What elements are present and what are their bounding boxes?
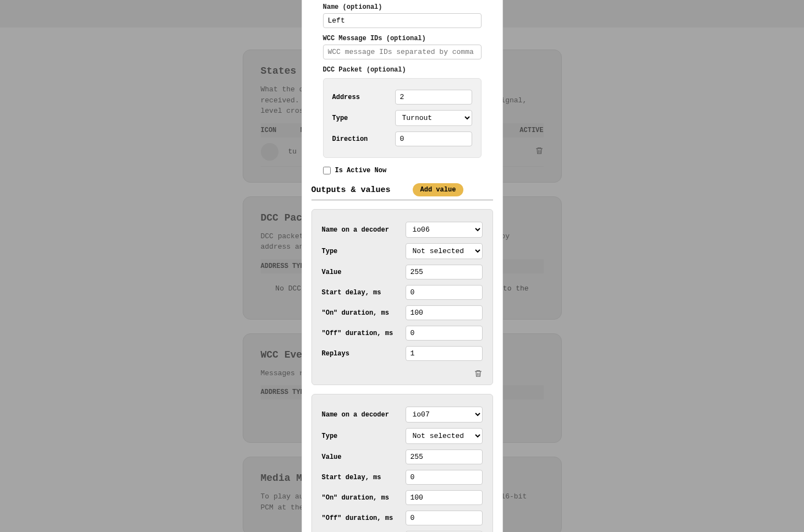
output-startdelay-input[interactable]	[406, 470, 483, 485]
output-name-select[interactable]: io06	[406, 222, 483, 238]
outputs-title: Outputs & values	[311, 185, 391, 195]
is-active-checkbox[interactable]	[323, 167, 331, 174]
output-offduration-label: "Off" duration, ms	[322, 330, 393, 337]
output-type-select[interactable]: Not selected	[406, 243, 483, 259]
dcc-direction-label: Direction	[332, 135, 368, 143]
output-onduration-label: "On" duration, ms	[322, 309, 389, 317]
outputs-section-header: Outputs & values Add value	[311, 183, 493, 200]
output-panel: Name on a decoder io07 Type Not selected…	[311, 394, 493, 532]
is-active-label: Is Active Now	[335, 167, 387, 174]
dcc-packet-label: DCC Packet (optional)	[323, 66, 482, 74]
output-offduration-label: "Off" duration, ms	[322, 514, 393, 522]
state-edit-modal: Name (optional) WCC Message IDs (optiona…	[302, 0, 503, 532]
output-value-input[interactable]	[406, 449, 483, 464]
output-offduration-input[interactable]	[406, 326, 483, 341]
output-onduration-label: "On" duration, ms	[322, 494, 389, 502]
output-name-select[interactable]: io07	[406, 407, 483, 423]
add-value-button[interactable]: Add value	[413, 183, 464, 196]
output-value-label: Value	[322, 453, 342, 461]
output-type-label: Type	[322, 248, 338, 255]
wcc-ids-input[interactable]	[323, 45, 482, 59]
name-input[interactable]	[323, 13, 482, 28]
trash-icon	[474, 369, 483, 379]
dcc-type-label: Type	[332, 114, 348, 122]
wcc-ids-label: WCC Message IDs (optional)	[323, 35, 482, 42]
output-type-select[interactable]: Not selected	[406, 428, 483, 444]
delete-output-button[interactable]	[474, 369, 483, 380]
output-panel: Name on a decoder io06 Type Not selected…	[311, 209, 493, 385]
output-startdelay-label: Start delay, ms	[322, 289, 381, 297]
output-name-label: Name on a decoder	[322, 411, 389, 419]
output-onduration-input[interactable]	[406, 490, 483, 505]
dcc-type-select[interactable]: Turnout	[395, 110, 472, 126]
name-label: Name (optional)	[323, 3, 482, 11]
output-type-label: Type	[322, 432, 338, 440]
output-replays-input[interactable]	[406, 346, 483, 361]
output-value-input[interactable]	[406, 265, 483, 279]
output-onduration-input[interactable]	[406, 305, 483, 320]
dcc-address-label: Address	[332, 94, 360, 101]
output-startdelay-label: Start delay, ms	[322, 474, 381, 481]
dcc-address-input[interactable]	[395, 90, 472, 105]
dcc-packet-panel: Address Type Turnout Direction	[323, 78, 482, 158]
output-offduration-input[interactable]	[406, 511, 483, 525]
dcc-direction-input[interactable]	[395, 131, 472, 146]
output-startdelay-input[interactable]	[406, 285, 483, 300]
output-value-label: Value	[322, 268, 342, 276]
output-replays-label: Replays	[322, 350, 349, 358]
output-name-label: Name on a decoder	[322, 226, 389, 234]
